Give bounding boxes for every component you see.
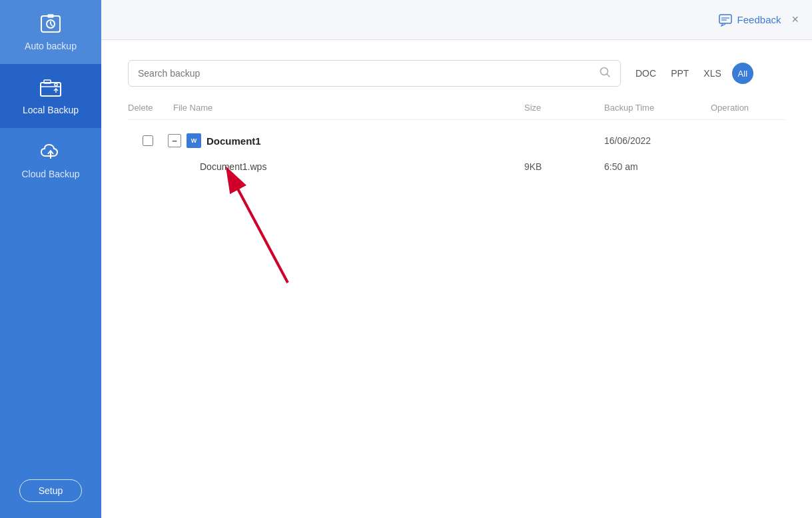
group-checkbox[interactable] (143, 135, 153, 146)
setup-button[interactable]: Setup (19, 479, 83, 502)
doc-type-icon: W (187, 133, 201, 148)
table-row: Document1.wps 9KB 6:50 am (128, 156, 785, 177)
sidebar-item-auto-backup-label: Auto backup (25, 40, 77, 52)
collapse-icon[interactable]: − (168, 134, 181, 147)
svg-rect-10 (719, 15, 731, 23)
col-header-operation: Operation (705, 103, 785, 113)
svg-line-14 (608, 75, 610, 77)
local-backup-icon (39, 76, 63, 100)
sidebar-item-cloud-backup-label: Cloud Backup (21, 168, 79, 180)
sidebar-item-local-backup[interactable]: Local Backup (0, 64, 101, 128)
filter-all-button[interactable]: All (732, 63, 753, 84)
main-area: Feedback × DOC PPT XLS All (101, 0, 812, 518)
feedback-label: Feedback (737, 14, 781, 25)
file-group-header: − W Document1 16/06/2022 (128, 125, 785, 156)
group-title: Document1 (206, 135, 261, 147)
col-header-backup-time: Backup Time (599, 103, 705, 113)
search-box[interactable] (128, 60, 621, 87)
filter-doc-button[interactable]: DOC (631, 65, 660, 81)
file-group: − W Document1 16/06/2022 Document1.wps 9… (128, 125, 785, 177)
col-header-delete: Delete (128, 103, 168, 113)
group-date: 16/06/2022 (599, 135, 705, 146)
svg-point-7 (55, 83, 57, 86)
file-size: 9KB (519, 161, 599, 172)
toolbar: DOC PPT XLS All (128, 60, 785, 87)
content-area: DOC PPT XLS All Delete File Name Size Ba… (101, 40, 812, 518)
svg-point-13 (601, 68, 608, 75)
filter-ppt-button[interactable]: PPT (667, 65, 693, 81)
table-header: Delete File Name Size Backup Time Operat… (128, 103, 785, 120)
svg-rect-6 (44, 80, 51, 83)
file-row-container: Document1.wps 9KB 6:50 am (128, 156, 785, 177)
svg-line-3 (51, 24, 53, 26)
file-name: Document1.wps (168, 161, 519, 172)
sidebar-item-cloud-backup[interactable]: Cloud Backup (0, 128, 101, 192)
file-time: 6:50 am (599, 161, 705, 172)
feedback-icon (719, 13, 732, 27)
svg-line-16 (234, 183, 288, 283)
filter-buttons: DOC PPT XLS All (631, 63, 753, 84)
annotation-arrow (221, 163, 328, 296)
filter-xls-button[interactable]: XLS (699, 65, 725, 81)
group-checkbox-cell[interactable] (128, 135, 168, 146)
search-icon (599, 66, 611, 81)
search-input[interactable] (138, 68, 599, 79)
sidebar-item-auto-backup[interactable]: Auto backup (0, 0, 101, 64)
col-header-size: Size (519, 103, 599, 113)
sidebar-item-local-backup-label: Local Backup (23, 104, 79, 116)
feedback-button[interactable]: Feedback (719, 13, 781, 27)
topbar: Feedback × (101, 0, 812, 40)
auto-backup-icon (39, 12, 63, 36)
group-name: − W Document1 (168, 133, 519, 148)
sidebar: Auto backup Local Backup Cloud Backup (0, 0, 101, 518)
col-header-filename: File Name (168, 103, 519, 113)
cloud-backup-icon (39, 140, 63, 164)
close-button[interactable]: × (791, 13, 799, 27)
